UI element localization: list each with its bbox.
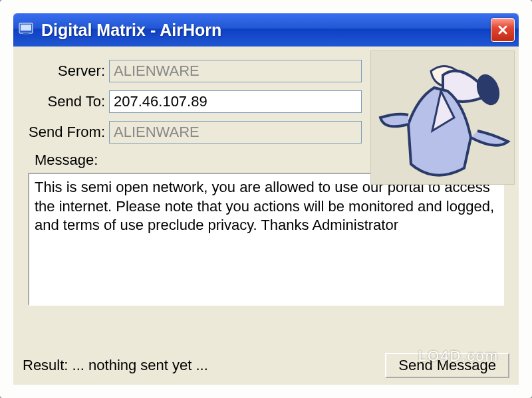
bottom-row: Result: ... nothing sent yet ... Send Me… <box>23 353 509 378</box>
result-text: Result: ... nothing sent yet ... <box>23 357 385 374</box>
send-to-label: Send To: <box>23 93 109 110</box>
close-icon <box>497 25 508 35</box>
titlebar: Digital Matrix - AirHorn <box>13 13 519 47</box>
server-input <box>109 60 362 82</box>
svg-point-3 <box>473 71 503 108</box>
close-button[interactable] <box>491 18 515 42</box>
result-status: ... nothing sent yet ... <box>72 357 208 373</box>
server-label: Server: <box>23 62 109 80</box>
megaphone-illustration <box>370 50 515 185</box>
message-textarea[interactable] <box>28 173 504 306</box>
app-icon <box>17 20 35 40</box>
svg-rect-2 <box>23 33 29 35</box>
client-area: Server: Send To: Send From: Message: Res… <box>13 47 519 385</box>
window-title: Digital Matrix - AirHorn <box>41 21 221 40</box>
send-from-label: Send From: <box>23 124 109 141</box>
svg-rect-1 <box>21 25 31 31</box>
send-from-input <box>109 121 362 144</box>
send-message-button[interactable]: Send Message <box>385 353 509 378</box>
send-to-input[interactable] <box>109 90 362 113</box>
result-label: Result: <box>23 357 68 373</box>
